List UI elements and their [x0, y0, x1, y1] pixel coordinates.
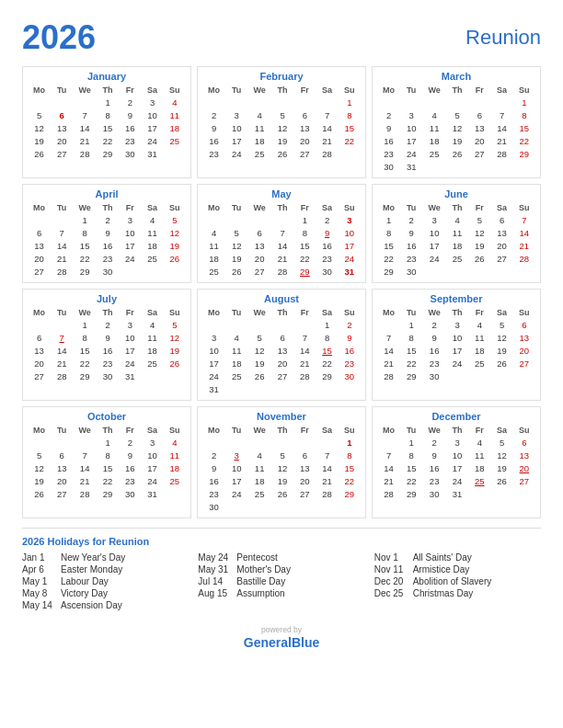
- day-header: Tu: [51, 202, 73, 213]
- holiday-date: May 24: [198, 552, 231, 563]
- calendar-day: 31: [400, 160, 422, 173]
- calendar-day: 16: [202, 474, 225, 487]
- calendar-day: 27: [51, 147, 73, 160]
- calendar-day: 22: [97, 474, 119, 487]
- day-header: Su: [339, 85, 361, 96]
- calendar-day: 25: [164, 474, 186, 487]
- calendar-day: 12: [247, 344, 271, 357]
- calendar-day: 20: [28, 357, 51, 370]
- calendar-day: 11: [164, 449, 186, 461]
- calendar-day: 11: [141, 226, 163, 239]
- calendar-day: 10: [422, 226, 446, 239]
- calendar-day: 13: [28, 344, 51, 357]
- calendar-day: 27: [271, 370, 293, 382]
- calendar-day: 29: [400, 487, 422, 500]
- calendar-day: 10: [119, 226, 141, 239]
- calendar-day: 22: [513, 134, 535, 147]
- calendar-day: 18: [247, 134, 271, 147]
- holiday-date: May 8: [22, 588, 55, 598]
- calendar-day: 30: [339, 370, 361, 382]
- day-header: We: [247, 202, 271, 213]
- calendar-day: 24: [339, 252, 361, 265]
- calendar-day: 15: [339, 121, 361, 134]
- calendar-day: 9: [202, 121, 225, 134]
- day-header: Mo: [28, 307, 51, 318]
- calendar-day: 28: [271, 265, 293, 278]
- calendar-day: 13: [51, 461, 73, 474]
- calendar-day: 29: [97, 487, 119, 500]
- month-name: February: [202, 71, 361, 82]
- calendar-day: 21: [513, 239, 535, 252]
- calendar-day: 1: [400, 436, 422, 449]
- day-header: Sa: [316, 85, 338, 96]
- powered-by-text: powered by: [22, 625, 541, 634]
- calendar-day: 23: [202, 147, 225, 160]
- calendar-day: 9: [400, 226, 422, 239]
- day-header: Fr: [293, 85, 316, 96]
- holiday-name: Victory Day: [61, 588, 108, 598]
- day-header: Tu: [225, 307, 247, 318]
- calendar-day: 10: [225, 121, 247, 134]
- calendar-day: 26: [446, 147, 468, 160]
- calendar-day: 14: [293, 344, 316, 357]
- calendar-day: 3: [446, 436, 468, 449]
- calendar-day: 17: [141, 461, 163, 474]
- calendar-day: 26: [225, 265, 247, 278]
- holiday-item: Dec 25Christmas Day: [374, 588, 541, 598]
- calendar-day: 24: [141, 474, 163, 487]
- calendar-day: 15: [513, 121, 535, 134]
- month-block-june: JuneMoTuWeThFrSaSu1234567891011121314151…: [372, 184, 541, 283]
- holiday-date: May 1: [22, 576, 55, 586]
- calendar-day: 10: [446, 449, 468, 461]
- calendar-day: 10: [446, 331, 468, 344]
- day-header: Th: [446, 202, 468, 213]
- calendar-day: 7: [316, 108, 338, 121]
- day-header: We: [422, 425, 446, 436]
- day-header: Tu: [51, 425, 73, 436]
- calendar-day: 31: [446, 487, 468, 500]
- calendar-table: MoTuWeThFrSaSu12345678910111213141516171…: [377, 425, 535, 500]
- calendar-day: 22: [73, 252, 97, 265]
- calendar-day: 19: [490, 461, 512, 474]
- calendar-day: 17: [446, 461, 468, 474]
- day-header: We: [422, 202, 446, 213]
- calendar-day: 6: [51, 449, 73, 461]
- calendar-day: 15: [97, 461, 119, 474]
- calendar-day: 6: [513, 318, 535, 331]
- calendar-day: 23: [97, 357, 119, 370]
- calendar-day: 2: [316, 213, 338, 226]
- calendar-day: 16: [400, 239, 422, 252]
- calendar-day: 7: [490, 108, 512, 121]
- calendar-day: 14: [271, 239, 293, 252]
- holiday-item: May 8Victory Day: [22, 588, 189, 598]
- calendar-day: 28: [316, 147, 338, 160]
- calendar-day: 16: [119, 461, 141, 474]
- calendar-day: 16: [422, 344, 446, 357]
- calendar-day: 28: [490, 147, 512, 160]
- calendar-day: 6: [51, 108, 73, 121]
- calendar-day: 16: [119, 121, 141, 134]
- day-header: Sa: [490, 425, 512, 436]
- calendar-day: 8: [73, 331, 97, 344]
- day-header: We: [247, 307, 271, 318]
- month-block-october: OctoberMoTuWeThFrSaSu1234567891011121314…: [22, 406, 191, 518]
- calendar-day: 21: [316, 134, 338, 147]
- holiday-item: Jul 14Bastille Day: [198, 576, 364, 586]
- calendar-day: 3: [225, 449, 247, 461]
- day-header: Sa: [490, 202, 512, 213]
- calendar-day: 8: [339, 449, 361, 461]
- calendar-day: 20: [513, 344, 535, 357]
- calendar-day: 3: [141, 96, 163, 108]
- calendar-day: 21: [316, 474, 338, 487]
- calendar-day: 1: [97, 436, 119, 449]
- calendar-day: 24: [422, 252, 446, 265]
- calendar-day: 13: [271, 344, 293, 357]
- holiday-item: Aug 15Assumption: [198, 588, 364, 598]
- calendar-day: 29: [97, 147, 119, 160]
- calendar-day: 6: [271, 331, 293, 344]
- month-name: November: [202, 411, 361, 422]
- calendar-day: 30: [97, 370, 119, 382]
- holiday-column-1: Jan 1New Year's DayApr 6Easter MondayMay…: [22, 552, 189, 612]
- calendar-day: 21: [490, 134, 512, 147]
- day-header: Fr: [119, 85, 141, 96]
